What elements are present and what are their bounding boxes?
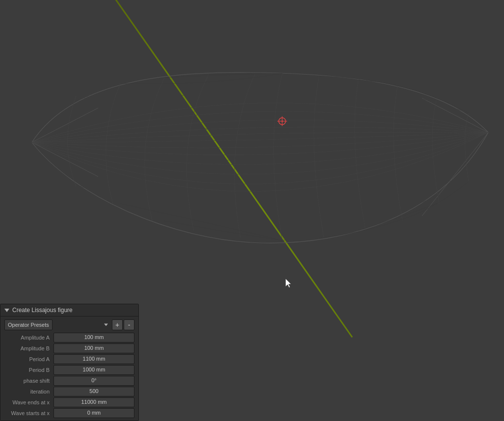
prop-label-0: Amplitude A [4,335,53,341]
prop-label-1: Amplitude B [4,345,53,351]
add-preset-button[interactable]: + [112,319,123,330]
presets-dropdown-wrapper: Operator Presets [4,319,111,330]
presets-row: Operator Presets + - [0,316,138,332]
prop-label-3: Period B [4,367,53,373]
prop-label-2: Period A [4,356,53,362]
prop-row-2: Period A1100 mm [0,354,138,365]
svg-point-0 [22,43,498,281]
prop-value-5[interactable]: 500 [53,387,134,396]
prop-value-1[interactable]: 100 mm [53,343,134,353]
prop-label-7: Wave starts at x [4,410,53,416]
remove-preset-button[interactable]: - [124,319,134,330]
prop-row-4: phase shift0° [0,375,138,386]
prop-row-5: iteration500 [0,386,138,397]
prop-row-6: Wave ends at x11000 mm [0,397,138,408]
panel-header[interactable]: Create Lissajous figure [0,304,138,316]
origin-marker [277,116,287,126]
prop-row-3: Period B1000 mm [0,365,138,375]
prop-row-7: Wave starts at x0 mm [0,408,138,419]
prop-value-2[interactable]: 1100 mm [53,354,134,364]
properties-container: Amplitude A100 mmAmplitude B100 mmPeriod… [0,332,138,419]
svg-line-2 [32,142,98,177]
prop-label-5: iteration [4,389,53,395]
prop-value-0[interactable]: 100 mm [53,333,134,342]
prop-row-1: Amplitude B100 mm [0,343,138,354]
panel-title: Create Lissajous figure [12,307,73,314]
prop-label-6: Wave ends at x [4,399,53,405]
prop-value-6[interactable]: 11000 mm [53,397,134,407]
svg-line-4 [422,132,488,216]
prop-value-3[interactable]: 1000 mm [53,365,134,375]
dropdown-chevron-icon [104,324,108,326]
prop-value-4[interactable]: 0° [53,376,134,386]
operator-presets-dropdown[interactable]: Operator Presets [4,319,53,330]
svg-point-8 [282,121,283,122]
prop-label-4: phase shift [4,378,53,384]
collapse-icon [4,309,9,312]
svg-line-3 [422,98,488,132]
prop-value-7[interactable]: 0 mm [53,408,134,418]
prop-row-0: Amplitude A100 mm [0,332,138,343]
panel: Create Lissajous figure Operator Presets… [0,304,139,421]
